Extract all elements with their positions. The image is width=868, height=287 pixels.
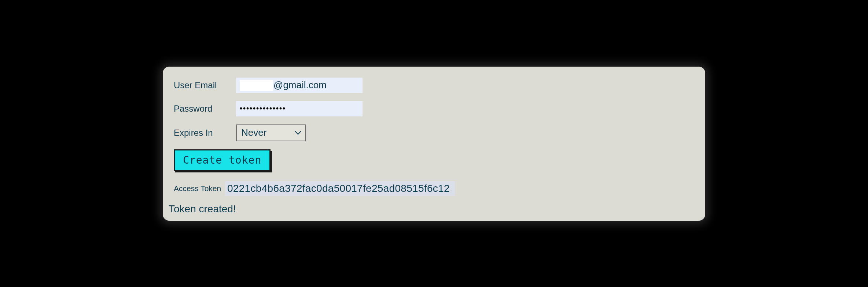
password-input[interactable]: ••••••••••••••	[236, 101, 363, 116]
create-token-button[interactable]: Create token	[174, 149, 271, 171]
access-token-label: Access Token	[174, 184, 225, 193]
expires-selected-value: Never	[241, 127, 266, 138]
expires-select[interactable]: Never	[236, 124, 306, 141]
access-token-row: Access Token 0221cb4b6a372fac0da50017fe2…	[174, 181, 694, 196]
password-masked-value: ••••••••••••••	[240, 104, 286, 113]
email-row: User Email @gmail.com	[174, 78, 694, 93]
access-token-value[interactable]: 0221cb4b6a372fac0da50017fe25ad08515f6c12	[225, 181, 455, 196]
email-redacted-local	[240, 80, 273, 91]
password-row: Password ••••••••••••••	[174, 101, 694, 116]
chevron-down-icon	[295, 131, 301, 135]
email-label: User Email	[174, 80, 236, 90]
button-row: Create token	[174, 149, 694, 171]
token-form-panel: User Email @gmail.com Password •••••••••…	[163, 67, 705, 221]
password-label: Password	[174, 104, 236, 114]
email-input[interactable]: @gmail.com	[236, 78, 363, 93]
expires-row: Expires In Never	[174, 124, 694, 141]
email-domain-text: @gmail.com	[273, 79, 327, 91]
expires-label: Expires In	[174, 128, 236, 138]
status-message: Token created!	[169, 203, 694, 215]
